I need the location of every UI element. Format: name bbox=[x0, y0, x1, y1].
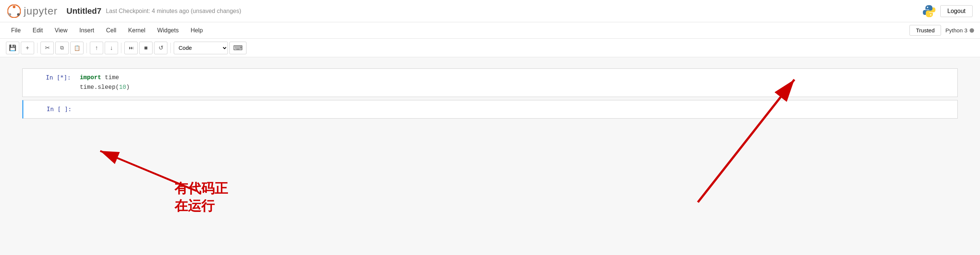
menu-edit[interactable]: Edit bbox=[27, 25, 48, 36]
cell-2-prompt: In [ ]: bbox=[23, 100, 75, 118]
toolbar-separator-2 bbox=[86, 43, 87, 53]
python-logo-icon bbox=[923, 5, 936, 18]
menu-insert[interactable]: Insert bbox=[74, 25, 100, 36]
svg-point-3 bbox=[17, 13, 20, 16]
cell-1-line-1: import time bbox=[80, 73, 952, 83]
svg-point-5 bbox=[930, 14, 932, 16]
copy-button[interactable]: ⧉ bbox=[55, 42, 69, 54]
svg-line-8 bbox=[698, 80, 794, 202]
keyboard-shortcut-button[interactable]: ⌨ bbox=[229, 42, 247, 54]
cell-2-content[interactable] bbox=[75, 100, 957, 118]
dot-sleep: .sleep( bbox=[94, 84, 119, 91]
cell-1-content[interactable]: import time time.sleep(10) bbox=[75, 69, 957, 97]
jupyter-logo-icon bbox=[8, 5, 21, 18]
toolbar: 💾 + ✂ ⧉ 📋 ↑ ↓ ⏭ ■ ↺ Code Markdown Raw NB… bbox=[0, 38, 980, 57]
fast-forward-button[interactable]: ⏭ bbox=[124, 42, 138, 54]
menu-right: Trusted Python 3 bbox=[910, 25, 974, 36]
logo-area: jupyter bbox=[8, 5, 57, 18]
move-down-button[interactable]: ↓ bbox=[105, 42, 118, 54]
cell-1[interactable]: In [*]: import time time.sleep(10) bbox=[22, 68, 958, 97]
svg-point-2 bbox=[8, 13, 11, 16]
menu-kernel[interactable]: Kernel bbox=[123, 25, 150, 36]
trusted-button[interactable]: Trusted bbox=[910, 25, 941, 36]
cell-type-select[interactable]: Code Markdown Raw NBConvert Heading bbox=[174, 42, 228, 54]
kernel-name-label: Python 3 bbox=[945, 27, 967, 34]
chinese-annotation: 有代码正在运行 bbox=[175, 180, 228, 215]
title-bar: jupyter Untitled7 Last Checkpoint: 4 min… bbox=[0, 0, 980, 22]
sleep-arg: 10 bbox=[119, 84, 126, 91]
notebook-area: In [*]: import time time.sleep(10) In [ … bbox=[0, 57, 980, 255]
stop-button[interactable]: ■ bbox=[139, 42, 153, 54]
jupyter-brand-text: jupyter bbox=[24, 5, 57, 17]
paste-button[interactable]: 📋 bbox=[70, 42, 84, 54]
paren-close: ) bbox=[126, 84, 130, 91]
menu-items: File Edit View Insert Cell Kernel Widget… bbox=[6, 25, 910, 36]
svg-point-1 bbox=[13, 5, 15, 8]
cut-button[interactable]: ✂ bbox=[40, 42, 54, 54]
menu-cell[interactable]: Cell bbox=[101, 25, 122, 36]
menu-file[interactable]: File bbox=[6, 25, 26, 36]
cell-1-prompt: In [*]: bbox=[23, 69, 75, 97]
toolbar-separator-3 bbox=[121, 43, 121, 53]
save-button[interactable]: 💾 bbox=[6, 42, 19, 54]
add-cell-button[interactable]: + bbox=[21, 42, 34, 54]
cell-1-line-2: time.sleep(10) bbox=[80, 83, 952, 93]
move-up-button[interactable]: ↑ bbox=[90, 42, 103, 54]
cell-2[interactable]: In [ ]: bbox=[22, 100, 958, 119]
notebook-title[interactable]: Untitled7 bbox=[67, 6, 101, 16]
svg-line-7 bbox=[100, 151, 197, 191]
menu-view[interactable]: View bbox=[49, 25, 72, 36]
menu-bar: File Edit View Insert Cell Kernel Widget… bbox=[0, 22, 980, 38]
toolbar-separator-4 bbox=[170, 43, 171, 53]
svg-point-4 bbox=[927, 7, 928, 8]
kernel-status-dot bbox=[970, 28, 974, 33]
restart-button[interactable]: ↺ bbox=[154, 42, 167, 54]
logout-button[interactable]: Logout bbox=[940, 5, 972, 17]
checkpoint-text: Last Checkpoint: 4 minutes ago (unsaved … bbox=[106, 8, 241, 14]
keyword-import: import bbox=[80, 74, 101, 81]
menu-widgets[interactable]: Widgets bbox=[152, 25, 184, 36]
import-time: time bbox=[101, 74, 119, 81]
toolbar-separator-1 bbox=[37, 43, 38, 53]
menu-help[interactable]: Help bbox=[185, 25, 208, 36]
title-bar-right: Logout bbox=[923, 5, 972, 18]
kernel-indicator: Python 3 bbox=[945, 27, 974, 34]
time-obj: time bbox=[80, 84, 94, 91]
